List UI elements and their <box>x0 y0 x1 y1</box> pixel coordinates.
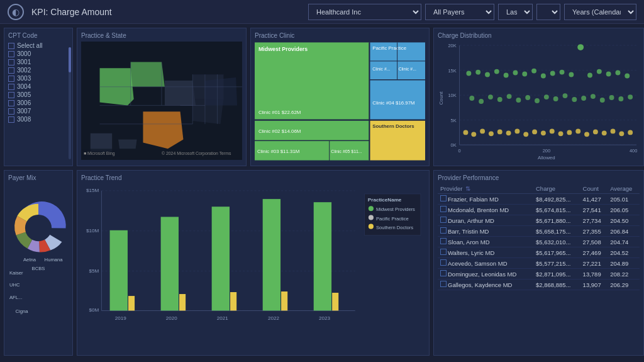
cpt-item-3004[interactable]: 3004 <box>8 82 69 91</box>
cpt-checkbox-3003[interactable] <box>8 76 14 82</box>
sort-provider-icon[interactable]: ⇅ <box>465 185 470 192</box>
svg-text:Clinic #04 $16.97M: Clinic #04 $16.97M <box>372 100 414 106</box>
row-expand-icon[interactable] <box>440 259 447 266</box>
cpt-item-3008[interactable]: 3008 <box>8 115 69 123</box>
cpt-checkbox-3004[interactable] <box>8 84 14 90</box>
svg-point-116 <box>611 128 616 133</box>
cpt-select-all[interactable]: Select all <box>8 42 69 50</box>
cpt-item-3002[interactable]: 3002 <box>8 66 69 74</box>
svg-point-119 <box>25 215 52 241</box>
row-expand-icon[interactable] <box>440 249 447 255</box>
cpt-item-3005[interactable]: 3005 <box>8 91 69 99</box>
table-row[interactable]: Frazier, Fabian MD $8,492,825... 41,427 … <box>438 194 640 205</box>
svg-text:Clinic #03 $11.31M: Clinic #03 $11.31M <box>257 149 299 154</box>
cpt-checkbox-3001[interactable] <box>8 59 14 65</box>
cpt-item-3007[interactable]: 3007 <box>8 107 69 115</box>
table-row[interactable]: Walters, Lyric MD $5,617,965... 27,469 2… <box>438 247 640 258</box>
provider-table: Provider ⇅ Charge Count Average <box>438 184 640 290</box>
table-row[interactable]: Barr, Tristin MD $5,658,175... 27,355 20… <box>438 226 640 237</box>
col-average[interactable]: Average <box>608 184 640 194</box>
row-expand-icon[interactable] <box>440 281 447 287</box>
cpt-scrollbar[interactable] <box>69 47 71 159</box>
cpt-checkbox-3006[interactable] <box>8 100 14 106</box>
svg-text:Clinic #02 $14.06M: Clinic #02 $14.06M <box>258 128 301 134</box>
provider-charge: $5,658,175... <box>533 226 580 237</box>
svg-rect-137 <box>110 230 128 311</box>
svg-text:BCBS: BCBS <box>32 266 45 271</box>
row-expand-icon[interactable] <box>440 227 447 234</box>
provider-average: 205.01 <box>608 194 640 205</box>
payer-panel-title: Payer Mix <box>8 174 69 181</box>
row-expand-icon[interactable] <box>440 195 447 201</box>
table-row[interactable]: Duran, Arthur MD $5,671,880... 27,734 20… <box>438 215 640 226</box>
provider-count: 27,469 <box>580 247 608 258</box>
svg-text:15K: 15K <box>448 68 456 74</box>
cpt-item-3000[interactable]: 3000 <box>8 50 69 58</box>
provider-table-container[interactable]: Provider ⇅ Charge Count Average <box>438 184 640 349</box>
svg-rect-145 <box>314 202 331 310</box>
table-row[interactable]: Sloan, Aron MD $5,632,010... 27,508 204.… <box>438 237 640 247</box>
provider-average: 204.89 <box>608 258 640 269</box>
map-container[interactable]: ■ Microsoft Bing © 2024 Microsoft Corpor… <box>81 42 242 160</box>
svg-text:Allowed: Allowed <box>538 155 555 161</box>
svg-text:Midwest Providers: Midwest Providers <box>258 46 308 52</box>
svg-text:PracticeName: PracticeName <box>368 197 402 203</box>
cpt-checkbox-3005[interactable] <box>8 92 14 98</box>
provider-name: Duran, Arthur MD <box>438 215 533 226</box>
provider-average: 204.52 <box>608 247 640 258</box>
table-row[interactable]: Mcdonald, Brenton MD $5,674,815... 27,54… <box>438 205 640 215</box>
provider-count: 27,541 <box>580 205 608 215</box>
healthcard-dropdown[interactable]: Healthcard Inc <box>308 4 421 20</box>
provider-average: 204.50 <box>608 215 640 226</box>
col-provider[interactable]: Provider ⇅ <box>438 184 533 194</box>
map-svg: ■ Microsoft Bing © 2024 Microsoft Corpor… <box>81 42 242 160</box>
select-all-checkbox[interactable] <box>8 43 14 49</box>
row-expand-icon[interactable] <box>440 270 447 276</box>
svg-text:Kaiser: Kaiser <box>9 270 23 276</box>
svg-point-111 <box>567 130 572 135</box>
provider-name: Acevedo, Samson MD <box>438 258 533 269</box>
svg-point-69 <box>522 72 527 77</box>
table-row[interactable]: Gallegos, Kaydence MD $2,868,885... 13,9… <box>438 280 640 290</box>
table-row[interactable]: Acevedo, Samson MD $5,577,215... 27,221 … <box>438 258 640 269</box>
col-charge[interactable]: Charge <box>533 184 580 194</box>
years-dropdown[interactable]: Years (Calendar) <box>564 4 636 20</box>
svg-text:Clinic #01 $22.62M: Clinic #01 $22.62M <box>258 110 301 115</box>
row-expand-icon[interactable] <box>440 217 447 223</box>
scatter-svg: 20K 15K 10K 5K 0K Count 0 200 400 Allowe… <box>438 42 640 161</box>
row-expand-icon[interactable] <box>440 238 447 244</box>
table-row[interactable]: Dominguez, Leonidas MD $2,871,095... 13,… <box>438 269 640 280</box>
svg-point-83 <box>488 94 493 99</box>
col-count[interactable]: Count <box>580 184 608 194</box>
provider-charge: $2,871,095... <box>533 269 580 280</box>
cpt-checkbox-3002[interactable] <box>8 67 14 74</box>
num-dropdown[interactable]: 5 <box>536 4 560 20</box>
svg-rect-141 <box>212 206 230 310</box>
provider-name: Dominguez, Leonidas MD <box>438 269 533 280</box>
payers-dropdown[interactable]: All Payers <box>425 4 494 20</box>
svg-point-81 <box>469 96 474 101</box>
charge-distribution-panel: Charge Distribution 20K 15K 10K 5K 0K Co… <box>433 28 644 166</box>
svg-text:Humana: Humana <box>45 257 64 263</box>
provider-charge: $5,632,010... <box>533 237 580 247</box>
cpt-item-3003[interactable]: 3003 <box>8 74 69 82</box>
cpt-checkbox-3008[interactable] <box>8 116 14 123</box>
row-expand-icon[interactable] <box>440 206 447 212</box>
svg-point-94 <box>591 94 596 99</box>
cpt-checkbox-3007[interactable] <box>8 108 14 115</box>
last-dropdown[interactable]: Last <box>498 4 533 20</box>
provider-average: 204.74 <box>608 237 640 247</box>
svg-point-67 <box>504 73 509 78</box>
svg-text:Pacific Practice: Pacific Practice <box>372 45 406 51</box>
cpt-item-3006[interactable]: 3006 <box>8 99 69 107</box>
provider-count: 27,734 <box>580 215 608 226</box>
svg-point-77 <box>597 69 602 74</box>
svg-point-87 <box>525 95 530 100</box>
cpt-item-3001[interactable]: 3001 <box>8 58 69 66</box>
trend-panel-title: Practice Trend <box>81 174 425 181</box>
cpt-checkbox-3000[interactable] <box>8 51 14 57</box>
provider-charge: $2,868,885... <box>533 280 580 290</box>
svg-point-105 <box>514 128 519 133</box>
provider-performance-panel: Provider Performance Provider ⇅ Charge C… <box>433 170 644 356</box>
svg-point-109 <box>550 128 555 133</box>
